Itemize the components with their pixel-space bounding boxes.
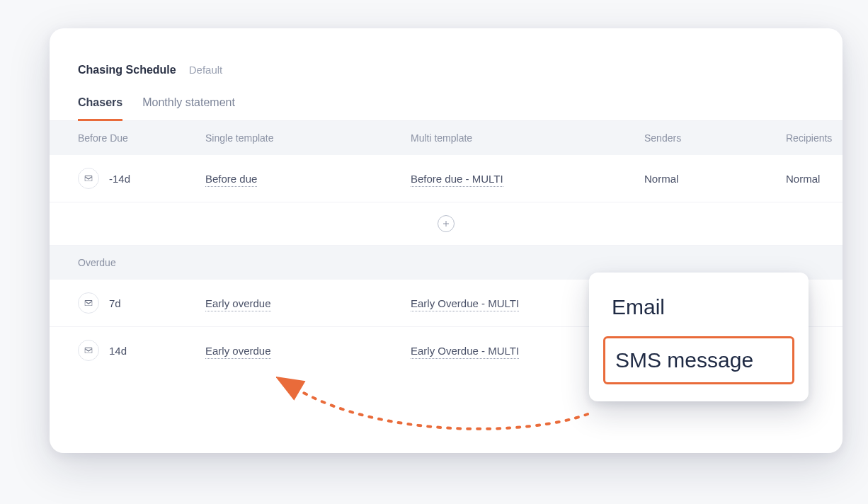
recipients-value: Normal (786, 173, 820, 185)
add-chaser-button[interactable] (438, 215, 455, 232)
option-email[interactable]: Email (603, 288, 794, 326)
day-cell: -14d (78, 168, 205, 189)
mail-icon[interactable] (78, 340, 99, 361)
single-template-link[interactable]: Early overdue (205, 297, 271, 311)
option-sms[interactable]: SMS message (603, 336, 794, 384)
single-template-link[interactable]: Before due (205, 173, 257, 187)
tabs: Chasers Monthly statement (50, 76, 843, 121)
single-template-link[interactable]: Early overdue (205, 345, 271, 359)
senders-value: Normal (644, 173, 786, 185)
day-cell: 7d (78, 292, 205, 314)
table-row: -14d Before due Before due - MULTI Norma… (50, 155, 843, 202)
card-header: Chasing Schedule Default (50, 64, 843, 76)
mail-icon[interactable] (78, 292, 99, 314)
multi-template-link[interactable]: Early Overdue - MULTI (411, 345, 519, 359)
col-senders: Senders (644, 132, 786, 144)
days-value: -14d (109, 173, 130, 185)
days-value: 7d (109, 297, 121, 309)
tab-monthly-statement[interactable]: Monthly statement (142, 96, 235, 120)
add-row-separator (50, 202, 843, 246)
days-value: 14d (109, 345, 127, 357)
tab-chasers[interactable]: Chasers (78, 96, 122, 121)
multi-template-link[interactable]: Early Overdue - MULTI (411, 297, 519, 311)
day-cell: 14d (78, 340, 205, 361)
col-before-due: Before Due (78, 132, 205, 144)
col-multi-template: Multi template (411, 132, 644, 144)
page-title: Chasing Schedule (78, 64, 176, 76)
col-recipients: Recipients (786, 132, 832, 144)
mail-icon[interactable] (78, 168, 99, 189)
table-header-before-due: Before Due Single template Multi templat… (50, 121, 843, 155)
col-single-template: Single template (205, 132, 411, 144)
multi-template-link[interactable]: Before due - MULTI (411, 173, 503, 187)
message-type-popover: Email SMS message (589, 273, 809, 401)
schedule-name: Default (189, 64, 223, 76)
